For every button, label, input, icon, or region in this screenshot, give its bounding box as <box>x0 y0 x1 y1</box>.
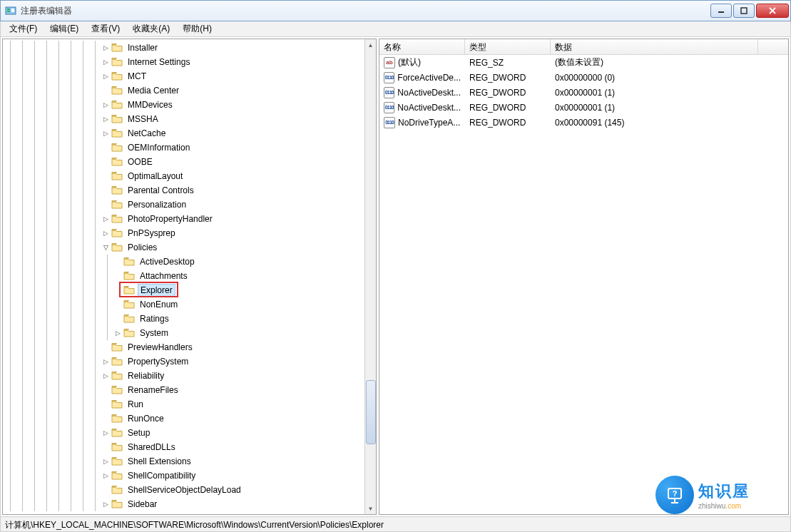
folder-icon <box>111 471 123 481</box>
value-type: REG_DWORD <box>465 71 551 84</box>
tree-item-label: Internet Settings <box>126 56 192 68</box>
tree-item-label: RunOnce <box>126 413 166 424</box>
col-name[interactable]: 名称 <box>379 39 465 54</box>
tree-item-label: Personalization <box>126 199 188 210</box>
tree-item[interactable]: NonEnum <box>4 297 364 312</box>
scroll-down-icon[interactable]: ▼ <box>365 503 377 514</box>
folder-icon <box>111 86 123 96</box>
tree-item[interactable]: RenameFiles <box>4 383 364 397</box>
binary-value-icon: 0110 <box>384 102 394 113</box>
col-data[interactable]: 数据 <box>551 39 758 54</box>
scroll-thumb[interactable] <box>366 380 376 444</box>
window-buttons <box>709 4 789 18</box>
value-row[interactable]: 0110NoActiveDeskt...REG_DWORD0x00000001 … <box>379 100 788 115</box>
menu-edit[interactable]: 编辑(E) <box>44 21 84 36</box>
expander-icon[interactable] <box>101 115 110 123</box>
maximize-button[interactable] <box>733 4 755 18</box>
svg-rect-5 <box>741 8 747 14</box>
list-body[interactable]: ab(默认)REG_SZ(数值未设置)0110ForceActiveDe...R… <box>379 55 788 514</box>
tree-item[interactable]: Personalization <box>4 198 364 212</box>
expander-icon[interactable] <box>101 44 110 52</box>
tree-item[interactable]: ShellCompatibility <box>4 469 364 483</box>
minimize-button[interactable] <box>710 4 732 18</box>
expander-icon[interactable] <box>101 58 110 66</box>
tree-item[interactable]: Media Center <box>4 83 364 98</box>
value-row[interactable]: 0110NoDriveTypeA...REG_DWORD0x00000091 (… <box>379 115 788 130</box>
tree-item-label: ShellServiceObjectDelayLoad <box>126 484 243 496</box>
menu-help[interactable]: 帮助(H) <box>177 21 218 36</box>
expander-icon[interactable] <box>101 101 110 109</box>
expander-icon[interactable] <box>101 457 110 466</box>
tree-scrollbar[interactable]: ▲ ▼ <box>364 39 376 514</box>
expander-icon[interactable] <box>101 129 110 138</box>
value-row[interactable]: 0110ForceActiveDe...REG_DWORD0x00000000 … <box>379 70 788 85</box>
tree-item[interactable]: Setup <box>4 426 364 440</box>
menu-file[interactable]: 文件(F) <box>4 21 43 36</box>
folder-icon <box>111 57 123 67</box>
value-data: 0x00000001 (1) <box>551 86 788 99</box>
tree-item[interactable]: PreviewHandlers <box>4 340 364 354</box>
expander-icon[interactable] <box>101 215 110 223</box>
tree-item-label: NonEnum <box>138 299 180 310</box>
tree-item[interactable]: ShellServiceObjectDelayLoad <box>4 483 364 497</box>
scroll-up-icon[interactable]: ▲ <box>365 39 377 51</box>
tree-item[interactable]: MSSHA <box>4 112 364 126</box>
tree-item[interactable]: Reliability <box>4 369 364 383</box>
tree-item[interactable]: OEMInformation <box>4 140 364 155</box>
tree-item[interactable]: Run <box>4 397 364 411</box>
col-type[interactable]: 类型 <box>465 39 551 54</box>
list-header[interactable]: 名称 类型 数据 <box>379 39 788 55</box>
expander-icon[interactable] <box>101 229 110 237</box>
tree-item[interactable]: Policies <box>4 240 364 255</box>
col-spare[interactable] <box>758 39 788 54</box>
tree-item[interactable]: ActiveDesktop <box>4 255 364 269</box>
expander-icon[interactable] <box>101 243 110 252</box>
folder-icon <box>111 143 123 153</box>
tree-item[interactable]: Sidebar <box>4 497 364 511</box>
tree-item[interactable]: MCT <box>4 69 364 83</box>
tree-item-label: NetCache <box>126 128 168 139</box>
tree-item[interactable]: Internet Settings <box>4 55 364 69</box>
folder-icon <box>111 456 123 466</box>
tree-item[interactable]: Shell Extensions <box>4 454 364 469</box>
tree-item[interactable]: SharedDLLs <box>4 440 364 454</box>
value-data: 0x00000001 (1) <box>551 101 788 114</box>
value-row[interactable]: ab(默认)REG_SZ(数值未设置) <box>379 55 788 70</box>
menu-favorites[interactable]: 收藏夹(A) <box>127 21 175 36</box>
tree-item[interactable]: OOBE <box>4 155 364 169</box>
value-type: REG_DWORD <box>465 116 551 129</box>
window-title: 注册表编辑器 <box>21 5 709 17</box>
registry-tree[interactable]: InstallerInternet SettingsMCTMedia Cente… <box>4 41 364 511</box>
tree-item[interactable]: Explorer <box>4 283 364 297</box>
value-name: (默认) <box>398 56 421 68</box>
tree-item[interactable]: Ratings <box>4 312 364 326</box>
folder-icon <box>111 485 123 495</box>
folder-icon <box>111 399 123 409</box>
value-row[interactable]: 0110NoActiveDeskt...REG_DWORD0x00000001 … <box>379 85 788 100</box>
tree-item[interactable]: Parental Controls <box>4 183 364 198</box>
tree-item[interactable]: RunOnce <box>4 411 364 426</box>
close-button[interactable] <box>756 4 789 18</box>
expander-icon[interactable] <box>101 429 110 437</box>
tree-item[interactable]: OptimalLayout <box>4 169 364 183</box>
tree-item-label: MMDevices <box>126 99 175 111</box>
tree-item[interactable]: PhotoPropertyHandler <box>4 212 364 226</box>
expander-icon[interactable] <box>101 500 110 508</box>
tree-item-label: Shell Extensions <box>126 456 193 467</box>
tree-item[interactable]: MMDevices <box>4 98 364 112</box>
menu-view[interactable]: 查看(V) <box>86 21 126 36</box>
tree-item[interactable]: PnPSysprep <box>4 226 364 240</box>
expander-icon[interactable] <box>101 471 110 480</box>
tree-item[interactable]: System <box>4 326 364 340</box>
expander-icon[interactable] <box>101 72 110 81</box>
tree-item[interactable]: NetCache <box>4 126 364 140</box>
expander-icon[interactable] <box>113 329 122 337</box>
expander-icon[interactable] <box>101 357 110 366</box>
tree-item[interactable]: Attachments <box>4 269 364 283</box>
tree-item[interactable]: PropertySystem <box>4 354 364 369</box>
folder-icon <box>111 357 123 367</box>
expander-icon[interactable] <box>101 372 110 380</box>
tree-pane: InstallerInternet SettingsMCTMedia Cente… <box>2 39 377 515</box>
value-list-pane: 名称 类型 数据 ab(默认)REG_SZ(数值未设置)0110ForceAct… <box>379 39 789 515</box>
tree-item[interactable]: Installer <box>4 41 364 55</box>
